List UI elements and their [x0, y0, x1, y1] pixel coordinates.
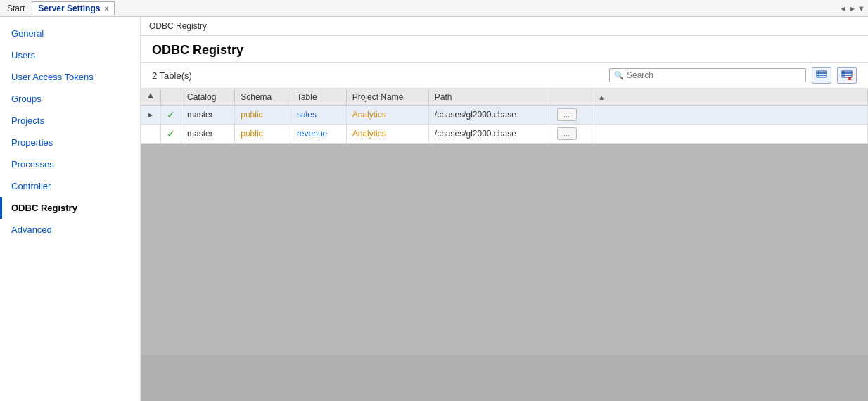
- status-check-icon: ✓: [167, 109, 175, 120]
- table-wrapper: Catalog Schema Table Project Name Path ►…: [141, 89, 868, 401]
- server-settings-tab[interactable]: Server Settings ×: [32, 1, 115, 15]
- col-header-table[interactable]: Table: [291, 89, 346, 106]
- row-action-cell: ...: [551, 106, 592, 125]
- row-action-button[interactable]: ...: [557, 108, 577, 121]
- sidebar-item-controller[interactable]: Controller: [0, 175, 140, 197]
- sidebar: GeneralUsersUser Access TokensGroupsProj…: [0, 17, 141, 401]
- tab-close-icon[interactable]: ×: [104, 5, 108, 13]
- col-header-schema[interactable]: Schema: [235, 89, 291, 106]
- tab-label: Server Settings: [38, 4, 100, 13]
- row-action-cell: ...: [551, 125, 592, 144]
- row-status: ✓: [161, 125, 181, 144]
- table-row[interactable]: ► ✓ master public sales Analytics /cbase…: [141, 106, 868, 125]
- remove-table-icon: [841, 70, 853, 80]
- row-project: Analytics: [346, 125, 428, 144]
- table-row[interactable]: ✓ master public revenue Analytics /cbase…: [141, 125, 868, 144]
- row-extra: [592, 125, 868, 144]
- col-header-checkbox: [141, 89, 161, 106]
- svg-rect-2: [817, 75, 826, 77]
- row-schema: public: [235, 125, 291, 144]
- sidebar-item-groups[interactable]: Groups: [0, 88, 140, 110]
- sidebar-item-advanced[interactable]: Advanced: [0, 219, 140, 241]
- search-input[interactable]: [627, 70, 801, 80]
- add-table-button[interactable]: [812, 67, 831, 84]
- row-table: revenue: [291, 125, 346, 144]
- row-path: /cbases/gl2000.cbase: [428, 125, 551, 144]
- sidebar-item-odbc-registry[interactable]: ODBC Registry: [0, 197, 140, 219]
- toolbar: 2 Table(s) 🔍: [141, 63, 868, 89]
- row-expand[interactable]: [141, 125, 161, 144]
- search-icon: 🔍: [614, 71, 624, 80]
- breadcrumb: ODBC Registry: [141, 17, 868, 36]
- svg-marker-10: [148, 93, 153, 98]
- table-header-row: Catalog Schema Table Project Name Path: [141, 89, 868, 106]
- nav-down-icon[interactable]: ▼: [857, 4, 865, 13]
- nav-controls: ◄ ► ▼: [839, 4, 865, 13]
- main-layout: GeneralUsersUser Access TokensGroupsProj…: [0, 17, 868, 401]
- status-check-icon: ✓: [167, 128, 175, 139]
- row-table: sales: [291, 106, 346, 125]
- row-status: ✓: [161, 106, 181, 125]
- sidebar-item-processes[interactable]: Processes: [0, 153, 140, 175]
- content-area: ODBC Registry ODBC Registry 2 Table(s) 🔍: [141, 17, 868, 401]
- expand-icon: ►: [147, 110, 155, 119]
- odbc-table: Catalog Schema Table Project Name Path ►…: [141, 89, 868, 144]
- sidebar-item-projects[interactable]: Projects: [0, 110, 140, 132]
- col-header-action: [551, 89, 592, 106]
- col-header-sort[interactable]: [592, 89, 868, 106]
- row-action-button[interactable]: ...: [557, 127, 577, 140]
- search-box: 🔍: [609, 68, 806, 82]
- sidebar-item-users[interactable]: Users: [0, 44, 140, 66]
- empty-area: [141, 144, 868, 355]
- row-path: /cbases/gl2000.cbase: [428, 106, 551, 125]
- nav-forward-icon[interactable]: ►: [848, 4, 856, 13]
- row-extra: [592, 106, 868, 125]
- sidebar-item-general[interactable]: General: [0, 23, 140, 44]
- row-expand[interactable]: ►: [141, 106, 161, 125]
- content-header: ODBC Registry: [141, 36, 868, 63]
- top-bar: Start Server Settings × ◄ ► ▼: [0, 0, 868, 17]
- sidebar-item-user-access-tokens[interactable]: User Access Tokens: [0, 66, 140, 88]
- col-header-project[interactable]: Project Name: [346, 89, 428, 106]
- add-table-icon: [816, 70, 827, 80]
- svg-rect-6: [842, 75, 852, 77]
- remove-table-button[interactable]: [837, 67, 857, 84]
- nav-back-icon[interactable]: ◄: [839, 4, 847, 13]
- col-header-catalog[interactable]: Catalog: [181, 89, 235, 106]
- row-catalog: master: [181, 106, 235, 125]
- table-count: 2 Table(s): [152, 70, 604, 81]
- sidebar-item-properties[interactable]: Properties: [0, 132, 140, 153]
- col-header-path[interactable]: Path: [428, 89, 551, 106]
- row-project: Analytics: [346, 106, 428, 125]
- row-schema: public: [235, 106, 291, 125]
- start-link[interactable]: Start: [3, 4, 29, 13]
- row-catalog: master: [181, 125, 235, 144]
- col-header-status: [161, 89, 181, 106]
- page-title: ODBC Registry: [152, 43, 857, 58]
